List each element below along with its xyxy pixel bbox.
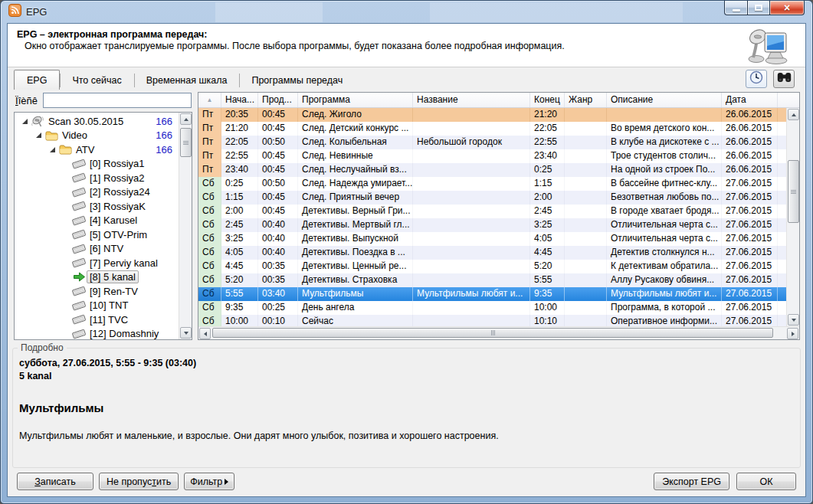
tree-item[interactable]: [4] Karusel xyxy=(15,214,179,228)
table-row[interactable]: Сб3:2500:40Детективы. Выпускной4:05Отлич… xyxy=(198,232,786,246)
tree-item[interactable]: [1] Rossiya2 xyxy=(15,171,179,185)
tree-scroll-down-button[interactable] xyxy=(180,327,192,339)
ok-button[interactable]: ОК xyxy=(736,473,796,490)
tree-scroll-up-button[interactable] xyxy=(180,113,192,125)
table-row[interactable]: Сб2:4500:40Детективы. Мертвый гл...3:25О… xyxy=(198,218,786,232)
column-header-day[interactable]: ▲ xyxy=(198,93,221,107)
table-horizontal-scrollbar[interactable] xyxy=(198,326,799,339)
tree-item[interactable]: [2] Rossiya24 xyxy=(15,185,179,200)
tree-expander-icon[interactable] xyxy=(19,118,30,125)
table-row[interactable]: Сб10:0000:10Сейчас10:10Оперативное инфор… xyxy=(198,315,786,326)
cell-desc xyxy=(607,108,722,122)
remind-button[interactable]: Не пропустить xyxy=(99,473,179,490)
cell-dur: 00:25 xyxy=(258,301,298,315)
clock-button[interactable] xyxy=(746,70,767,88)
tree-item[interactable]: [0] Rossiya1 xyxy=(15,157,179,172)
tree-vertical-scrollbar[interactable] xyxy=(179,113,192,339)
column-header-date[interactable]: Дата xyxy=(722,93,778,107)
table-scroll-left-button[interactable] xyxy=(199,328,211,339)
table-hscroll-thumb[interactable] xyxy=(212,328,773,338)
column-header-dur[interactable]: Прод... xyxy=(258,93,298,107)
cell-genre xyxy=(565,191,607,205)
tree-item[interactable]: [8] 5 kanal xyxy=(15,270,179,285)
cell-start: 23:40 xyxy=(221,163,258,177)
table-row[interactable]: Сб2:0000:45Детективы. Верный Гри...2:45В… xyxy=(198,205,786,218)
titlebar[interactable]: EPG xyxy=(1,1,812,23)
tab-2[interactable]: Временная шкала xyxy=(134,71,240,90)
table-scroll-up-button[interactable] xyxy=(788,109,799,120)
cell-filler xyxy=(778,301,786,315)
table-row[interactable]: Сб5:2000:35Детективы. Страховка5:55Аллу … xyxy=(198,273,786,287)
tree-item[interactable]: ATV166 xyxy=(15,142,179,157)
column-header-label: Программа xyxy=(302,94,350,105)
filter-button[interactable]: Фильтр xyxy=(184,473,234,490)
tree-item[interactable]: [12] Domashniy xyxy=(15,327,179,340)
record-button[interactable]: Записать xyxy=(17,473,93,490)
close-button[interactable]: × xyxy=(769,1,805,15)
tree-expander-icon[interactable] xyxy=(47,146,57,153)
tree-item[interactable]: Scan 30.05.2015166 xyxy=(15,114,179,129)
tree-item-label: Scan 30.05.2015 xyxy=(45,115,126,128)
tab-1[interactable]: Что сейчас xyxy=(60,71,133,90)
cell-day: Сб xyxy=(198,205,221,218)
table-scroll-down-button[interactable] xyxy=(788,314,799,326)
table-row[interactable]: Пт23:4000:45След. Неслучайный вз...0:25Н… xyxy=(198,163,786,177)
table-row[interactable]: Пт22:0500:50След. КолыбельнаяНебольшой г… xyxy=(198,136,786,149)
tab-3[interactable]: Программы передач xyxy=(239,71,355,90)
cell-name xyxy=(413,177,530,191)
tree-item[interactable]: [11] TVC xyxy=(15,313,179,327)
column-header-desc[interactable]: Описание xyxy=(607,93,722,107)
binoculars-button[interactable] xyxy=(773,70,795,88)
cell-desc: Безответная любовь по... xyxy=(607,191,722,205)
cell-dur: 00:45 xyxy=(258,108,298,122)
tree-expander-icon[interactable] xyxy=(33,132,44,139)
satellite-icon xyxy=(30,115,45,128)
table-row[interactable]: Сб0:2500:50След. Надежда умирает...1:15В… xyxy=(198,177,786,191)
table-scroll-right-button[interactable] xyxy=(787,328,798,339)
tree-item[interactable]: [7] Perviy kanal xyxy=(15,256,179,270)
table-body: Пт20:3500:45След. Жиголо21:2026.06.2015П… xyxy=(198,108,786,326)
cell-date: 26.06.2015 xyxy=(722,149,778,163)
table-row[interactable]: Пт21:2000:45След. Детский конкурс ...22:… xyxy=(198,122,786,136)
table-row[interactable]: Сб1:1500:45След. Приятный вечер2:00Безот… xyxy=(198,191,786,205)
tree-item[interactable]: [9] Ren-TV xyxy=(15,284,179,299)
film-icon xyxy=(71,158,87,170)
table-row[interactable]: Пт22:5500:45След. Невинные23:40Трое студ… xyxy=(198,149,786,163)
tree-item[interactable]: [6] NTV xyxy=(15,242,179,257)
column-header-genre[interactable]: Жанр xyxy=(565,93,607,107)
column-header-end[interactable]: Конец xyxy=(530,93,565,107)
details-description: Мультфильмы любят и маленькие, и взрослы… xyxy=(19,430,794,441)
minimize-button[interactable] xyxy=(724,1,747,15)
table-row[interactable]: Сб5:5503:40МультфильмыМультфильмы любят … xyxy=(198,287,786,301)
tab-epg[interactable]: EPG xyxy=(14,70,60,90)
cell-program: Детективы. Поездка в ... xyxy=(298,246,413,260)
column-header-start[interactable]: Нача... xyxy=(221,93,258,107)
cell-dur: 00:45 xyxy=(258,122,298,136)
table-row[interactable]: Сб4:4500:35Детективы. Ценный ре...5:20К … xyxy=(198,260,786,273)
cell-program: Детективы. Верный Гри... xyxy=(298,205,413,218)
maximize-button[interactable] xyxy=(747,1,769,15)
column-header-program[interactable]: Программа xyxy=(298,93,413,107)
cell-start: 2:45 xyxy=(221,218,258,232)
cell-day: Сб xyxy=(198,232,221,246)
tree-item[interactable]: Video166 xyxy=(15,129,179,143)
tree-scroll-thumb[interactable] xyxy=(180,128,192,157)
cell-day: Пт xyxy=(198,122,221,136)
column-header-name[interactable]: Название xyxy=(413,93,530,107)
table-vertical-scrollbar[interactable] xyxy=(786,108,799,326)
cell-start: 21:20 xyxy=(221,122,258,136)
search-input[interactable] xyxy=(43,93,192,108)
table-row[interactable]: Пт20:3500:45След. Жиголо21:2026.06.2015 xyxy=(198,108,786,122)
table-scroll-thumb[interactable] xyxy=(788,160,799,223)
cell-date: 27.06.2015 xyxy=(722,205,778,218)
tree-item[interactable]: [5] OTV-Prim xyxy=(15,227,179,242)
export-epg-button[interactable]: Экспорт EPG xyxy=(654,473,729,490)
tree-item[interactable]: [10] TNT xyxy=(15,299,179,313)
cell-genre xyxy=(565,273,607,287)
details-channel: 5 kanal xyxy=(19,371,794,381)
tree-item[interactable]: [3] RossiyaK xyxy=(15,199,179,214)
table-row[interactable]: Сб9:3500:25День ангела10:00Программа, в … xyxy=(198,301,786,315)
cell-program: Сейчас xyxy=(298,315,413,326)
cell-day: Сб xyxy=(198,315,221,326)
table-row[interactable]: Сб4:0500:40Детективы. Поездка в ...4:45Д… xyxy=(198,246,786,260)
